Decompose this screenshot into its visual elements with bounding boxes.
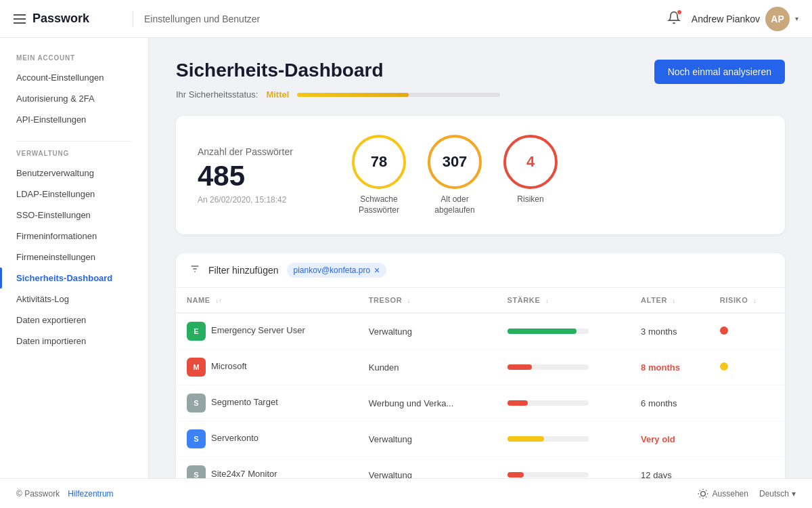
entry-icon: M [187,358,206,377]
sort-arrows-risiko[interactable]: ↓ [753,297,757,304]
cell-staerke [497,350,631,385]
table-row[interactable]: MMicrosoftKunden8 months [176,350,785,385]
table-wrap: NAME ↓↑ TRESOR ↓ STÄRKE ↓ [176,288,785,478]
sidebar-section-verwaltung: VERWALTUNG Benutzerverwaltung LDAP-Einst… [0,150,148,352]
body-wrap: MEIN ACCOUNT Account-Einstellungen Autor… [0,38,812,478]
strength-bar-fill [508,329,577,334]
entry-name: Serverkonto [211,433,258,444]
menu-toggle[interactable] [14,14,26,24]
circle-weak-value: 78 [352,135,406,189]
sidebar-item-import[interactable]: Daten importieren [0,331,148,352]
cell-staerke [497,421,631,457]
add-filter-button[interactable]: Filter hinzufügen [208,265,279,276]
sort-arrows-staerke[interactable]: ↓ [545,297,549,304]
entry-name: Emergency Server User [211,326,305,336]
sort-arrows-tresor[interactable]: ↓ [407,297,411,304]
table-row[interactable]: EEmergency Server UserVerwaltung3 months [176,313,785,350]
user-menu[interactable]: Andrew Piankov AP ▾ [692,7,798,31]
main-content: Sicherheits-Dashboard Noch einmal analys… [149,38,812,478]
risk-dot [720,362,728,371]
sidebar-item-activity-log[interactable]: Aktivitäts-Log [0,289,148,310]
stats-count: 485 [198,160,319,192]
cell-alter: 3 months [630,313,709,350]
sidebar-item-user-management[interactable]: Benutzerverwaltung [0,163,148,184]
entry-icon: S [187,429,206,448]
strength-bar-fill [508,436,544,442]
circle-weak-label: Schwache Passwörter [352,194,406,215]
cell-name: EEmergency Server User [176,313,358,350]
cell-alter: Very old [630,421,709,457]
table-row[interactable]: SSite24x7 MonitorVerwaltung12 days [176,457,785,478]
circle-old-value: 307 [428,135,482,189]
strength-bar-fill [508,400,528,406]
strength-bar-fill [508,472,524,478]
sidebar-item-sso[interactable]: SSO-Einstellungen [0,205,148,226]
strength-bar-wrap [508,400,589,406]
sidebar-divider [16,141,132,142]
logo: Passwork [32,12,89,26]
table-row[interactable]: SSegmento TargetWerbung und Verka...6 mo… [176,385,785,421]
sidebar-item-security-dashboard[interactable]: Sicherheits-Dashboard [0,268,148,289]
risk-dot [720,326,728,335]
nav-divider [133,11,133,27]
sort-arrows-alter[interactable]: ↓ [673,297,676,304]
page-header: Sicherheits-Dashboard Noch einmal analys… [176,60,785,84]
sidebar-item-account-settings[interactable]: Account-Einstellungen [0,67,148,88]
sort-arrows-name[interactable]: ↓↑ [215,297,222,304]
theme-icon [698,488,708,499]
sidebar-section-label-account: MEIN ACCOUNT [0,54,148,67]
cell-tresor: Verwaltung [358,313,497,350]
table-body: EEmergency Server UserVerwaltung3 months… [176,313,785,478]
analyze-button[interactable]: Noch einmal analysieren [654,60,785,84]
cell-risiko [709,457,785,478]
topnav: Passwork Einstellungen und Benutzer Andr… [0,0,812,38]
sidebar-item-api-settings[interactable]: API-Einstellungen [0,109,148,130]
sidebar-item-export[interactable]: Daten exportieren [0,310,148,331]
stats-date: An 26/02/2020, 15:18:42 [198,195,319,205]
page-title: Sicherheits-Dashboard [176,60,384,81]
sidebar-item-company-settings[interactable]: Firmeneinstellungen [0,247,148,268]
cell-name: SServerkonto [176,421,358,457]
stat-circle-risk: 4 Risiken [503,135,558,215]
entry-name: Microsoft [211,362,247,372]
sidebar-item-auth-2fa[interactable]: Autorisierung & 2FA [0,88,148,109]
page-breadcrumb: Einstellungen und Benutzer [144,14,667,24]
sidebar-item-ldap[interactable]: LDAP-Einstellungen [0,184,148,205]
cell-tresor: Werbung und Verka... [358,385,497,421]
cell-staerke [497,313,631,350]
avatar: AP [765,7,790,31]
user-name: Andrew Piankov [692,14,760,24]
col-tresor: TRESOR ↓ [358,288,497,313]
cell-risiko [709,421,785,457]
stat-circle-old: 307 Alt oder abgelaufen [428,135,482,215]
stat-circle-weak: 78 Schwache Passwörter [352,135,406,215]
cell-name: SSegmento Target [176,385,358,421]
cell-staerke [497,457,631,478]
strength-bar-wrap [508,329,589,334]
footer-lang-label: Deutsch [759,489,789,499]
svg-point-3 [700,491,705,496]
footer-lang-selector[interactable]: Deutsch ▾ [759,489,796,499]
sidebar-item-company-info[interactable]: Firmeninformationen [0,226,148,247]
table-header-row: NAME ↓↑ TRESOR ↓ STÄRKE ↓ [176,288,785,313]
filter-tag: piankov@konfeta.pro × [287,263,387,278]
cell-risiko [709,385,785,421]
circle-risk-label: Risiken [517,194,543,205]
strength-bar-wrap [508,364,589,370]
filter-icon [189,263,200,277]
security-status-value: Mittel [266,89,289,100]
sidebar-section-label-verwaltung: VERWALTUNG [0,150,148,163]
strength-bar-wrap [508,472,589,478]
footer-help-link[interactable]: Hilfezentrum [68,489,113,499]
table-row[interactable]: SServerkontoVerwaltungVery old [176,421,785,457]
entry-icon: S [187,465,206,478]
footer-theme-toggle[interactable]: Aussehen [698,488,748,499]
notifications-bell[interactable] [667,11,681,27]
entry-name: Segmento Target [211,398,278,408]
security-progress-bar [297,93,500,97]
col-name: NAME ↓↑ [176,288,358,313]
cell-name: MMicrosoft [176,350,358,385]
filter-tag-close[interactable]: × [374,265,380,276]
topnav-right: Andrew Piankov AP ▾ [667,7,798,31]
notification-dot [677,9,682,15]
